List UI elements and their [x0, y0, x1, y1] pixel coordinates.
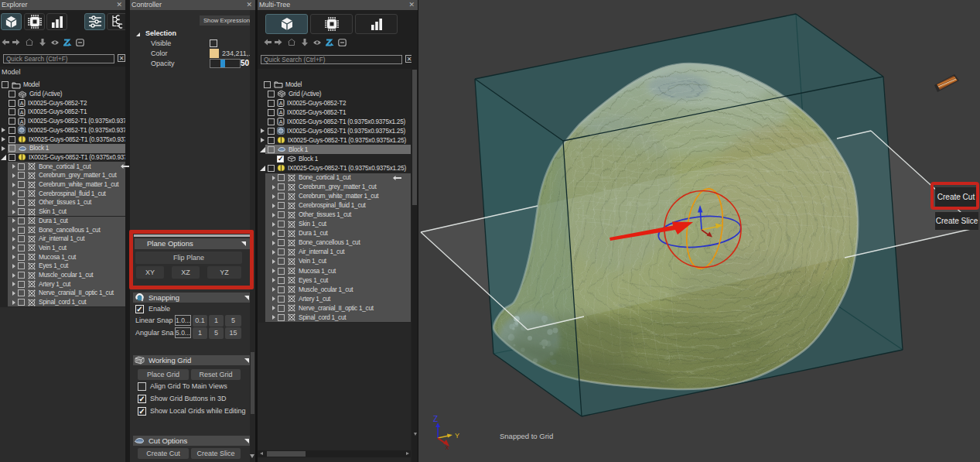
svg-text:A: A — [20, 110, 24, 115]
svg-text:Y: Y — [455, 432, 459, 440]
svg-text:A: A — [279, 101, 283, 106]
svg-text:A: A — [20, 118, 24, 124]
svg-text:Z: Z — [433, 415, 438, 423]
svg-text:A: A — [279, 119, 283, 125]
svg-text:A: A — [279, 110, 283, 115]
svg-text:A: A — [20, 101, 24, 106]
svg-text:x: x — [446, 443, 449, 451]
